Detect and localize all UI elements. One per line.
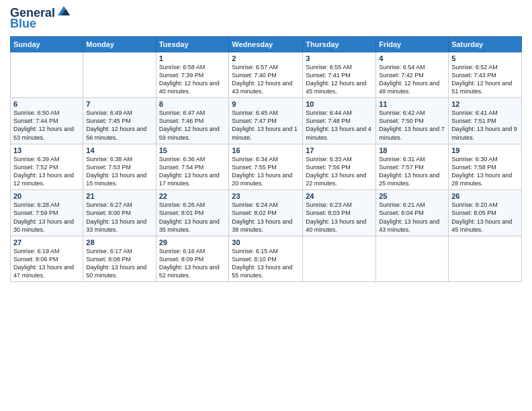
calendar-cell: 10Sunrise: 6:44 AMSunset: 7:48 PMDayligh… [303,98,376,144]
calendar-table: SundayMondayTuesdayWednesdayThursdayFrid… [10,36,522,283]
day-info: Sunrise: 6:42 AMSunset: 7:50 PMDaylight:… [379,109,445,140]
day-number: 2 [232,54,300,62]
day-info: Sunrise: 6:41 AMSunset: 7:51 PMDaylight:… [451,109,517,140]
day-number: 7 [86,100,152,108]
day-info: Sunrise: 6:38 AMSunset: 7:53 PMDaylight:… [86,156,146,187]
calendar-cell: 6Sunrise: 6:50 AMSunset: 7:44 PMDaylight… [11,98,83,144]
day-number: 15 [159,146,226,154]
day-info: Sunrise: 6:36 AMSunset: 7:54 PMDaylight:… [159,156,220,187]
weekday-header-wednesday: Wednesday [229,36,303,52]
day-number: 12 [451,100,519,108]
calendar-cell [11,52,83,98]
day-number: 22 [159,192,226,200]
day-info: Sunrise: 6:39 AMSunset: 7:52 PMDaylight:… [13,156,74,187]
calendar-cell: 14Sunrise: 6:38 AMSunset: 7:53 PMDayligh… [83,144,156,190]
day-info: Sunrise: 6:16 AMSunset: 8:09 PMDaylight:… [159,248,220,279]
calendar-cell: 25Sunrise: 6:21 AMSunset: 8:04 PMDayligh… [376,190,449,236]
day-number: 17 [306,146,373,154]
calendar-cell: 7Sunrise: 6:49 AMSunset: 7:45 PMDaylight… [83,98,156,144]
day-info: Sunrise: 6:27 AMSunset: 8:00 PMDaylight:… [86,201,146,232]
calendar-cell: 28Sunrise: 6:17 AMSunset: 8:08 PMDayligh… [83,236,156,282]
day-info: Sunrise: 6:21 AMSunset: 8:04 PMDaylight:… [379,201,439,232]
logo-icon [56,3,71,18]
day-number: 28 [86,238,152,246]
calendar-cell: 18Sunrise: 6:31 AMSunset: 7:57 PMDayligh… [376,144,449,190]
day-info: Sunrise: 6:23 AMSunset: 8:03 PMDaylight:… [306,201,366,232]
calendar-cell [449,236,522,282]
logo: General Blue [10,7,71,31]
calendar-cell: 16Sunrise: 6:34 AMSunset: 7:55 PMDayligh… [229,144,303,190]
day-info: Sunrise: 6:33 AMSunset: 7:56 PMDaylight:… [306,156,366,187]
day-number: 26 [451,192,519,200]
day-number: 1 [159,54,226,62]
day-number: 9 [232,100,300,108]
day-info: Sunrise: 6:47 AMSunset: 7:46 PMDaylight:… [159,109,220,140]
day-info: Sunrise: 6:15 AMSunset: 8:10 PMDaylight:… [232,248,292,279]
day-number: 8 [159,100,226,108]
weekday-header-saturday: Saturday [449,36,522,52]
calendar-cell: 23Sunrise: 6:24 AMSunset: 8:02 PMDayligh… [229,190,303,236]
calendar-cell: 4Sunrise: 6:54 AMSunset: 7:42 PMDaylight… [376,52,449,98]
day-info: Sunrise: 6:54 AMSunset: 7:42 PMDaylight:… [379,64,439,95]
calendar-week-row: 13Sunrise: 6:39 AMSunset: 7:52 PMDayligh… [11,144,522,190]
calendar-cell: 30Sunrise: 6:15 AMSunset: 8:10 PMDayligh… [229,236,303,282]
day-number: 25 [379,192,445,200]
weekday-header-tuesday: Tuesday [156,36,229,52]
calendar-cell: 11Sunrise: 6:42 AMSunset: 7:50 PMDayligh… [376,98,449,144]
weekday-header-row: SundayMondayTuesdayWednesdayThursdayFrid… [11,36,522,52]
day-number: 19 [451,146,519,154]
day-info: Sunrise: 6:58 AMSunset: 7:39 PMDaylight:… [159,64,220,95]
day-number: 27 [13,238,80,246]
calendar-cell: 22Sunrise: 6:26 AMSunset: 8:01 PMDayligh… [156,190,229,236]
calendar-cell: 29Sunrise: 6:16 AMSunset: 8:09 PMDayligh… [156,236,229,282]
day-number: 16 [232,146,300,154]
day-info: Sunrise: 6:45 AMSunset: 7:47 PMDaylight:… [232,109,298,140]
calendar-cell [303,236,376,282]
calendar-cell: 21Sunrise: 6:27 AMSunset: 8:00 PMDayligh… [83,190,156,236]
day-info: Sunrise: 6:19 AMSunset: 8:06 PMDaylight:… [13,248,74,279]
calendar-cell: 1Sunrise: 6:58 AMSunset: 7:39 PMDaylight… [156,52,229,98]
day-info: Sunrise: 6:17 AMSunset: 8:08 PMDaylight:… [86,248,146,279]
day-number: 4 [379,54,445,62]
calendar-cell: 24Sunrise: 6:23 AMSunset: 8:03 PMDayligh… [303,190,376,236]
day-number: 18 [379,146,445,154]
weekday-header-monday: Monday [83,36,156,52]
day-info: Sunrise: 6:28 AMSunset: 7:59 PMDaylight:… [13,201,74,232]
day-info: Sunrise: 6:52 AMSunset: 7:43 PMDaylight:… [451,64,512,95]
calendar-cell: 19Sunrise: 6:30 AMSunset: 7:58 PMDayligh… [449,144,522,190]
day-info: Sunrise: 6:50 AMSunset: 7:44 PMDaylight:… [13,109,74,140]
calendar-cell: 26Sunrise: 6:20 AMSunset: 8:05 PMDayligh… [449,190,522,236]
day-info: Sunrise: 6:24 AMSunset: 8:02 PMDaylight:… [232,201,292,232]
day-number: 5 [451,54,519,62]
day-number: 20 [13,192,80,200]
day-info: Sunrise: 6:31 AMSunset: 7:57 PMDaylight:… [379,156,439,187]
calendar-cell: 27Sunrise: 6:19 AMSunset: 8:06 PMDayligh… [11,236,83,282]
calendar-cell: 12Sunrise: 6:41 AMSunset: 7:51 PMDayligh… [449,98,522,144]
day-number: 30 [232,238,300,246]
calendar-cell: 15Sunrise: 6:36 AMSunset: 7:54 PMDayligh… [156,144,229,190]
calendar-week-row: 27Sunrise: 6:19 AMSunset: 8:06 PMDayligh… [11,236,522,282]
calendar-cell [83,52,156,98]
day-number: 10 [306,100,373,108]
weekday-header-friday: Friday [376,36,449,52]
weekday-header-thursday: Thursday [303,36,376,52]
day-info: Sunrise: 6:49 AMSunset: 7:45 PMDaylight:… [86,109,146,140]
calendar-cell: 8Sunrise: 6:47 AMSunset: 7:46 PMDaylight… [156,98,229,144]
weekday-header-sunday: Sunday [11,36,83,52]
day-info: Sunrise: 6:44 AMSunset: 7:48 PMDaylight:… [306,109,371,140]
header: General Blue [10,7,522,31]
day-number: 13 [13,146,80,154]
day-info: Sunrise: 6:30 AMSunset: 7:58 PMDaylight:… [451,156,512,187]
calendar-cell: 5Sunrise: 6:52 AMSunset: 7:43 PMDaylight… [449,52,522,98]
calendar-cell: 2Sunrise: 6:57 AMSunset: 7:40 PMDaylight… [229,52,303,98]
day-info: Sunrise: 6:34 AMSunset: 7:55 PMDaylight:… [232,156,292,187]
day-info: Sunrise: 6:57 AMSunset: 7:40 PMDaylight:… [232,64,292,95]
calendar-week-row: 6Sunrise: 6:50 AMSunset: 7:44 PMDaylight… [11,98,522,144]
day-number: 23 [232,192,300,200]
day-number: 21 [86,192,152,200]
calendar-week-row: 20Sunrise: 6:28 AMSunset: 7:59 PMDayligh… [11,190,522,236]
page: General Blue SundayMondayTuesdayWednesda… [0,0,532,411]
calendar-cell: 20Sunrise: 6:28 AMSunset: 7:59 PMDayligh… [11,190,83,236]
day-number: 11 [379,100,445,108]
calendar-week-row: 1Sunrise: 6:58 AMSunset: 7:39 PMDaylight… [11,52,522,98]
